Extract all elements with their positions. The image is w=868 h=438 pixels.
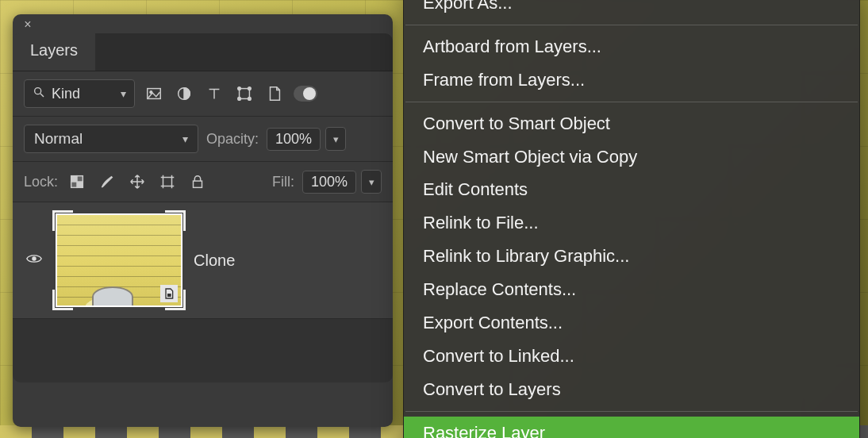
menu-item[interactable]: Convert to Smart Object	[404, 107, 859, 140]
blend-mode-value: Normal	[34, 130, 83, 148]
menu-separator	[405, 411, 858, 412]
svg-point-9	[248, 98, 252, 101]
blend-opacity-row: Normal ▾ Opacity: 100% ▾	[13, 116, 393, 162]
lock-fill-row: Lock: Fill: 100% ▾	[13, 162, 393, 202]
chevron-down-icon: ▾	[182, 133, 188, 145]
tab-layers[interactable]: Layers	[13, 33, 95, 71]
menu-item[interactable]: Relink to File...	[404, 206, 859, 240]
opacity-label: Opacity:	[206, 131, 259, 148]
layers-panel: × Layers Kind ▾ Norma	[13, 14, 393, 427]
smart-object-badge-icon	[160, 285, 178, 302]
chevron-down-icon: ▾	[121, 87, 126, 100]
svg-rect-11	[77, 182, 83, 187]
svg-rect-14	[163, 178, 172, 186]
svg-rect-15	[194, 181, 202, 187]
lock-all-icon[interactable]	[186, 171, 209, 193]
menu-item[interactable]: Replace Contents...	[404, 273, 859, 306]
svg-point-16	[32, 256, 36, 261]
layer-row[interactable]: Clone	[13, 202, 393, 319]
opacity-chevron[interactable]: ▾	[325, 127, 346, 151]
tabstrip-empty	[95, 33, 393, 71]
fill-chevron[interactable]: ▾	[361, 170, 382, 194]
layer-filter-row: Kind ▾	[13, 71, 393, 116]
visibility-eye-icon[interactable]	[24, 250, 44, 271]
menu-item[interactable]: Export Contents...	[404, 306, 859, 340]
lock-brush-icon[interactable]	[96, 171, 118, 193]
menu-item[interactable]: Convert to Linked...	[404, 340, 859, 373]
menu-item[interactable]: Relink to Library Graphic...	[404, 240, 859, 273]
svg-rect-12	[77, 176, 83, 182]
svg-line-1	[40, 94, 44, 97]
filter-shape-icon[interactable]	[233, 83, 255, 105]
filter-type-icon[interactable]	[203, 83, 225, 105]
lock-transparent-icon[interactable]	[66, 171, 88, 193]
menu-separator	[405, 102, 858, 102]
filter-toggle[interactable]	[294, 86, 317, 102]
svg-point-0	[35, 87, 41, 94]
opacity-value[interactable]: 100%	[267, 128, 321, 151]
fill-label: Fill:	[272, 174, 294, 190]
menu-item[interactable]: Frame from Layers...	[404, 63, 859, 97]
svg-rect-10	[71, 176, 77, 182]
menu-item[interactable]: Artboard from Layers...	[404, 30, 859, 63]
menu-item[interactable]: Convert to Layers	[404, 373, 859, 406]
svg-rect-5	[240, 89, 250, 99]
layers-empty-area	[13, 319, 393, 382]
svg-rect-13	[71, 182, 77, 187]
search-icon	[33, 86, 45, 102]
filter-kind-select[interactable]: Kind ▾	[24, 79, 135, 108]
filter-kind-label: Kind	[52, 86, 80, 102]
layer-context-menu: Export As...Artboard from Layers...Frame…	[403, 0, 860, 438]
panel-tabs: Layers	[13, 14, 393, 71]
blend-mode-select[interactable]: Normal ▾	[24, 125, 198, 153]
fill-control[interactable]: 100% ▾	[302, 170, 382, 194]
menu-separator	[405, 25, 858, 25]
layer-name[interactable]: Clone	[194, 252, 235, 270]
svg-rect-17	[167, 294, 171, 297]
svg-point-6	[238, 87, 241, 90]
panel-close-button[interactable]: ×	[21, 19, 35, 33]
filter-pixel-icon[interactable]	[143, 83, 165, 105]
fill-value[interactable]: 100%	[302, 171, 356, 194]
menu-item[interactable]: Export As...	[404, 0, 859, 20]
lock-label: Lock:	[24, 174, 58, 190]
svg-point-8	[238, 98, 241, 101]
layer-thumbnail[interactable]	[56, 213, 182, 307]
lock-move-icon[interactable]	[126, 171, 148, 193]
menu-item[interactable]: Rasterize Layer	[404, 417, 859, 438]
filter-adjustment-icon[interactable]	[173, 83, 195, 105]
filter-smartobject-icon[interactable]	[263, 83, 286, 105]
svg-point-7	[248, 87, 252, 90]
lock-artboard-icon[interactable]	[156, 171, 179, 193]
menu-item[interactable]: New Smart Object via Copy	[404, 140, 859, 174]
opacity-control[interactable]: 100% ▾	[267, 127, 346, 151]
menu-item[interactable]: Edit Contents	[404, 173, 859, 206]
